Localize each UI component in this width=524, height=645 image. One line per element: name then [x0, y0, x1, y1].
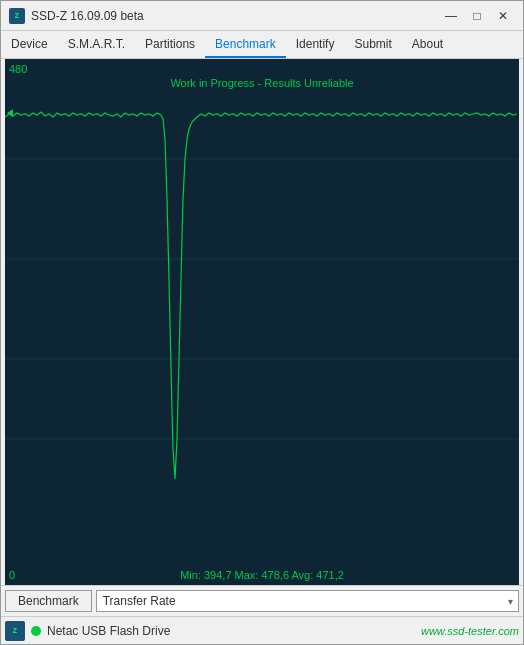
menu-submit[interactable]: Submit	[344, 31, 401, 58]
minimize-button[interactable]: —	[439, 6, 463, 26]
maximize-button[interactable]: □	[465, 6, 489, 26]
device-name: Netac USB Flash Drive	[47, 624, 421, 638]
status-indicator	[31, 626, 41, 636]
menu-benchmark[interactable]: Benchmark	[205, 31, 286, 58]
chart-title: Work in Progress - Results Unreliable	[5, 77, 519, 89]
menu-identify[interactable]: Identify	[286, 31, 345, 58]
menu-smart[interactable]: S.M.A.R.T.	[58, 31, 135, 58]
website-url: www.ssd-tester.com	[421, 625, 519, 637]
transfer-rate-select[interactable]: Transfer Rate	[96, 590, 519, 612]
status-bar: Z Netac USB Flash Drive www.ssd-tester.c…	[1, 616, 523, 644]
title-bar-left: Z SSD-Z 16.09.09 beta	[9, 8, 144, 24]
status-app-icon: Z	[5, 621, 25, 641]
chart-stats: Min: 394,7 Max: 478,6 Avg: 471,2	[5, 569, 519, 581]
chart-area: 480 Work in Progress - Results Unreliabl…	[5, 59, 519, 585]
menu-bar: Device S.M.A.R.T. Partitions Benchmark I…	[1, 31, 523, 59]
chart-svg	[5, 59, 519, 585]
window-controls: — □ ✕	[439, 6, 515, 26]
menu-device[interactable]: Device	[1, 31, 58, 58]
toolbar: Benchmark Transfer Rate ▾	[1, 585, 523, 616]
menu-about[interactable]: About	[402, 31, 453, 58]
window-title: SSD-Z 16.09.09 beta	[31, 9, 144, 23]
close-button[interactable]: ✕	[491, 6, 515, 26]
select-wrapper: Transfer Rate ▾	[96, 590, 519, 612]
y-label-top: 480	[9, 63, 27, 75]
benchmark-button[interactable]: Benchmark	[5, 590, 92, 612]
y-label-bottom: 0	[9, 569, 15, 581]
title-bar: Z SSD-Z 16.09.09 beta — □ ✕	[1, 1, 523, 31]
menu-partitions[interactable]: Partitions	[135, 31, 205, 58]
svg-rect-0	[5, 59, 519, 585]
app-window: Z SSD-Z 16.09.09 beta — □ ✕ Device S.M.A…	[0, 0, 524, 645]
app-icon: Z	[9, 8, 25, 24]
